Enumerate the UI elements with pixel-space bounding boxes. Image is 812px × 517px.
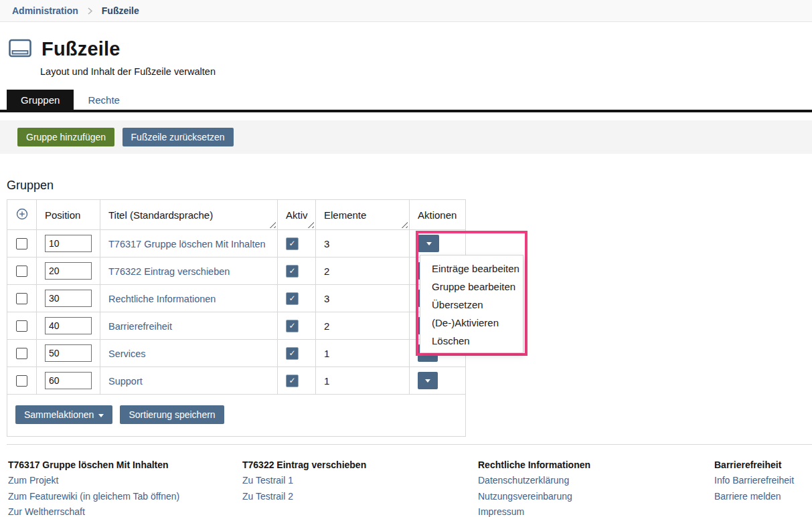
groups-table: Position Titel (Standardsprache) Aktiv E… xyxy=(7,199,466,437)
footer-link[interactable]: Zum Featurewiki (in gleichem Tab öffnen) xyxy=(8,489,242,505)
footer-link[interactable]: Impressum xyxy=(478,504,714,517)
breadcrumb-link-administration[interactable]: Administration xyxy=(12,5,78,16)
position-input[interactable] xyxy=(45,290,92,307)
elements-count: 2 xyxy=(324,266,329,277)
page-header: Fußzeile Layout und Inhalt der Fußzeile … xyxy=(0,22,812,77)
column-resize-handle[interactable] xyxy=(269,221,276,228)
row-select-checkbox[interactable] xyxy=(16,375,27,387)
group-title-link[interactable]: T76322 Eintrag verschieben xyxy=(108,266,230,277)
elements-count: 3 xyxy=(324,238,329,249)
footer-link[interactable]: Barriere melden xyxy=(714,489,804,505)
caret-down-icon xyxy=(425,379,430,383)
position-input[interactable] xyxy=(45,317,92,334)
caret-down-icon xyxy=(426,242,432,245)
group-title-link[interactable]: Barrierefreiheit xyxy=(108,321,172,332)
caret-down-icon xyxy=(98,414,104,417)
row-actions-menu: Einträge bearbeitenGruppe bearbeitenÜber… xyxy=(420,255,523,353)
footer-layout-icon xyxy=(9,39,31,60)
column-header-elements: Elemente xyxy=(316,200,410,230)
footer-group-title: T76317 Gruppe löschen Mit Inhalten xyxy=(8,459,242,470)
table-row: T76317 Gruppe löschen Mit Inhalten ✓ 3 xyxy=(7,230,466,257)
row-select-checkbox[interactable] xyxy=(16,238,27,249)
footer-group-links: Zu Testrail 1Zu Testrail 2 xyxy=(242,473,478,504)
footer-group: Rechtliche Informationen Datenschutzerkl… xyxy=(478,455,714,517)
position-input[interactable] xyxy=(45,372,92,389)
row-actions-dropdown-button[interactable] xyxy=(418,372,438,389)
column-header-position: Position xyxy=(37,200,100,230)
elements-count: 1 xyxy=(324,348,329,359)
position-input[interactable] xyxy=(45,235,92,252)
footer-group: T76322 Eintrag verschieben Zu Testrail 1… xyxy=(242,455,478,517)
footer-group: Barrierefreiheit Info BarrierefreiheitBa… xyxy=(714,455,804,517)
active-checkbox[interactable]: ✓ xyxy=(286,292,299,305)
footer-link[interactable]: Zu Testrail 1 xyxy=(242,473,478,489)
footer-group-title: Rechtliche Informationen xyxy=(478,459,714,470)
column-header-title: Titel (Standardsprache) xyxy=(100,200,278,230)
page-subtitle: Layout und Inhalt der Fußzeile verwalten xyxy=(40,66,812,77)
row-select-checkbox[interactable] xyxy=(16,348,27,359)
footer-group-title: T76322 Eintrag verschieben xyxy=(242,459,478,470)
footer-link[interactable]: Nutzungsvereinbarung xyxy=(478,489,714,505)
row-select-checkbox[interactable] xyxy=(16,266,27,277)
footer-group: T76317 Gruppe löschen Mit Inhalten Zum P… xyxy=(8,455,242,517)
row-select-checkbox[interactable] xyxy=(16,293,27,304)
group-title-link[interactable]: Services xyxy=(108,348,146,359)
footer-link[interactable]: Zur Weltherrschaft xyxy=(8,504,242,517)
footer-group-links: Zum ProjektZum Featurewiki (in gleichem … xyxy=(8,473,242,517)
highlighted-element-marker: Einträge bearbeitenGruppe bearbeitenÜber… xyxy=(416,231,527,356)
table-header-row: Position Titel (Standardsprache) Aktiv E… xyxy=(7,200,466,230)
footer-group-title: Barrierefreiheit xyxy=(714,459,804,470)
toolbar: Gruppe hinzufügen Fußzeile zurücksetzen xyxy=(0,120,812,154)
bulk-actions-button[interactable]: Sammelaktionen xyxy=(15,405,112,424)
groups-section-title: Gruppen xyxy=(7,179,812,193)
column-header-actions: Aktionen xyxy=(410,200,466,230)
footer-group-links: DatenschutzerklärungNutzungsvereinbarung… xyxy=(478,473,714,517)
save-sorting-button[interactable]: Sortierung speichern xyxy=(120,405,224,424)
main-content: Gruppen xyxy=(0,179,812,445)
column-resize-handle[interactable] xyxy=(401,221,408,228)
footer-link[interactable]: Info Barrierefreiheit xyxy=(714,473,804,489)
breadcrumb: Administration Fußzeile xyxy=(0,0,812,22)
add-group-button[interactable]: Gruppe hinzufügen xyxy=(17,128,114,146)
active-checkbox[interactable]: ✓ xyxy=(286,237,299,250)
active-checkbox[interactable]: ✓ xyxy=(286,320,299,332)
position-input[interactable] xyxy=(45,344,92,362)
active-checkbox[interactable]: ✓ xyxy=(286,347,299,360)
footer-preview: T76317 Gruppe löschen Mit Inhalten Zum P… xyxy=(0,445,812,517)
menu-item[interactable]: Löschen xyxy=(420,332,523,350)
group-title-link[interactable]: T76317 Gruppe löschen Mit Inhalten xyxy=(108,239,266,249)
groups-table-wrap: Position Titel (Standardsprache) Aktiv E… xyxy=(7,199,465,437)
footer-link[interactable]: Datenschutzerklärung xyxy=(478,473,714,489)
add-circle-icon[interactable] xyxy=(16,208,28,222)
elements-count: 1 xyxy=(324,375,329,387)
elements-count: 3 xyxy=(324,293,329,304)
row-actions-dropdown-button-open[interactable] xyxy=(419,235,439,252)
table-row: Rechtliche Informationen ✓ 3 xyxy=(7,285,466,312)
table-footer-row: Sammelaktionen Sortierung speichern xyxy=(7,395,466,437)
tab-gruppen[interactable]: Gruppen xyxy=(7,90,74,110)
menu-item[interactable]: Übersetzen xyxy=(420,296,523,314)
breadcrumb-current: Fußzeile xyxy=(102,5,139,16)
tab-bar: Gruppen Rechte xyxy=(0,90,812,112)
elements-count: 2 xyxy=(324,320,329,332)
footer-link[interactable]: Zum Projekt xyxy=(8,473,242,489)
chevron-right-icon xyxy=(86,7,94,15)
table-row: T76322 Eintrag verschieben ✓ 2 xyxy=(7,257,466,285)
reset-footer-button[interactable]: Fußzeile zurücksetzen xyxy=(123,128,234,146)
menu-item[interactable]: Einträge bearbeiten xyxy=(420,260,523,278)
tab-rechte[interactable]: Rechte xyxy=(74,90,134,110)
column-resize-handle[interactable] xyxy=(307,221,314,228)
table-row: Support ✓ 1 xyxy=(7,367,466,395)
active-checkbox[interactable]: ✓ xyxy=(286,375,299,387)
page-title: Fußzeile xyxy=(42,38,120,60)
group-title-link[interactable]: Rechtliche Informationen xyxy=(108,294,216,304)
table-row: Barrierefreiheit ✓ 2 xyxy=(7,312,466,340)
active-checkbox[interactable]: ✓ xyxy=(286,265,299,278)
footer-link[interactable]: Zu Testrail 2 xyxy=(242,489,478,505)
menu-item[interactable]: (De-)Aktivieren xyxy=(420,314,523,332)
row-select-checkbox[interactable] xyxy=(16,320,27,332)
position-input[interactable] xyxy=(45,262,92,280)
group-title-link[interactable]: Support xyxy=(108,376,143,387)
column-header-active: Aktiv xyxy=(278,200,316,230)
menu-item[interactable]: Gruppe bearbeiten xyxy=(420,278,523,296)
